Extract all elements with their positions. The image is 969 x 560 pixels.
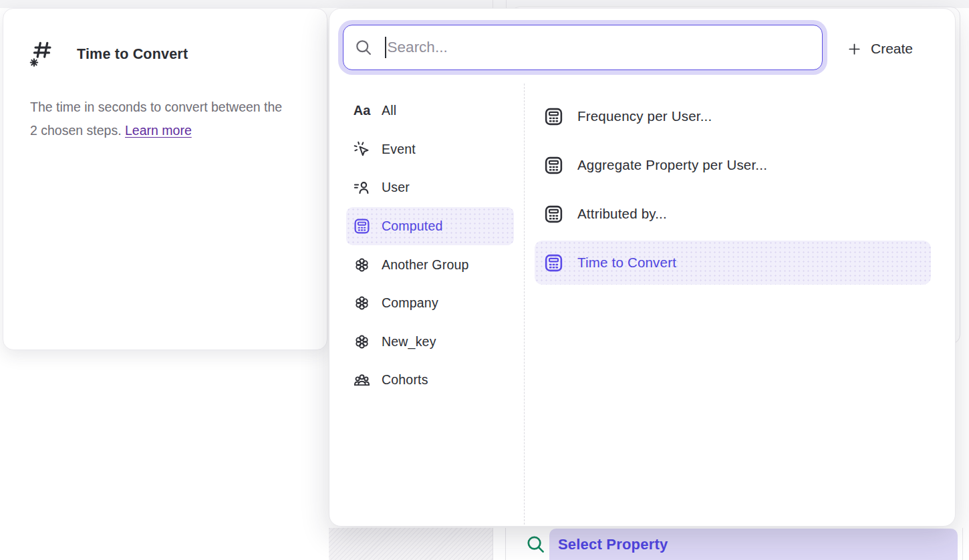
- results-list: Frequency per User... Aggregate Property…: [535, 94, 931, 289]
- screen: Select Property: [0, 0, 969, 560]
- numeric-property-icon: [29, 38, 57, 70]
- tooltip-title: Time to Convert: [77, 46, 188, 63]
- query-builder-row: Select Property: [0, 528, 969, 560]
- background-divider: [506, 0, 507, 8]
- column-divider: [524, 84, 525, 525]
- learn-more-link[interactable]: Learn more: [125, 123, 192, 138]
- category-item-another-group[interactable]: Another Group: [346, 245, 514, 284]
- group-cluster-icon: [353, 256, 371, 274]
- result-item-aggregate-property-per-user[interactable]: Aggregate Property per User...: [535, 143, 931, 187]
- property-tooltip-card: Time to Convert The time in seconds to c…: [3, 8, 327, 350]
- result-label: Attributed by...: [577, 206, 667, 222]
- calculator-icon: [543, 204, 564, 225]
- calculator-icon: [543, 155, 564, 176]
- result-label: Aggregate Property per User...: [577, 157, 767, 173]
- select-property-field[interactable]: Select Property: [549, 529, 958, 560]
- result-label: Time to Convert: [577, 255, 676, 271]
- group-cluster-icon: [353, 333, 371, 351]
- event-click-icon: [353, 140, 371, 158]
- category-item-all[interactable]: Aa All: [346, 92, 514, 130]
- category-item-cohorts[interactable]: Cohorts: [346, 361, 514, 400]
- background-divider: [962, 528, 963, 560]
- category-item-user[interactable]: User: [346, 168, 514, 207]
- select-property-label: Select Property: [558, 536, 668, 553]
- category-label: Computed: [382, 219, 443, 234]
- property-picker-panel: Create Aa All: [329, 8, 956, 527]
- search-icon: [354, 38, 373, 57]
- tooltip-description: The time in seconds to convert between t…: [30, 96, 285, 142]
- create-button[interactable]: Create: [840, 32, 920, 65]
- text-format-icon: Aa: [353, 102, 371, 120]
- category-label: Event: [382, 142, 416, 157]
- result-label: Frequency per User...: [577, 108, 712, 124]
- result-item-frequency-per-user[interactable]: Frequency per User...: [535, 94, 931, 138]
- calculator-icon: [543, 106, 564, 127]
- query-builder-texture: [329, 528, 493, 560]
- search-box[interactable]: [343, 25, 823, 70]
- result-item-attributed-by[interactable]: Attributed by...: [535, 192, 931, 236]
- category-label: User: [382, 180, 410, 195]
- category-item-new-key[interactable]: New_key: [346, 323, 514, 362]
- category-list: Aa All Event: [329, 92, 522, 400]
- user-icon: [353, 178, 371, 196]
- category-label: All: [382, 103, 396, 118]
- cohorts-icon: [353, 371, 371, 389]
- create-button-label: Create: [871, 41, 913, 57]
- search-input[interactable]: [388, 39, 813, 56]
- calculator-icon: [353, 217, 371, 235]
- category-label: Another Group: [382, 257, 469, 273]
- category-label: New_key: [382, 334, 436, 349]
- query-builder-cell: [493, 528, 506, 560]
- plus-icon: [847, 41, 862, 57]
- result-item-time-to-convert[interactable]: Time to Convert: [535, 241, 931, 285]
- category-label: Cohorts: [382, 372, 428, 388]
- group-cluster-icon: [353, 294, 371, 312]
- category-item-event[interactable]: Event: [346, 130, 514, 169]
- category-item-computed[interactable]: Computed: [346, 207, 514, 246]
- tooltip-header: Time to Convert: [29, 38, 188, 70]
- property-search-icon: [525, 534, 546, 555]
- category-label: Company: [382, 295, 438, 311]
- category-item-company[interactable]: Company: [346, 284, 514, 323]
- calculator-icon: [543, 253, 564, 273]
- text-caret: [385, 37, 386, 58]
- background-divider: [493, 0, 493, 8]
